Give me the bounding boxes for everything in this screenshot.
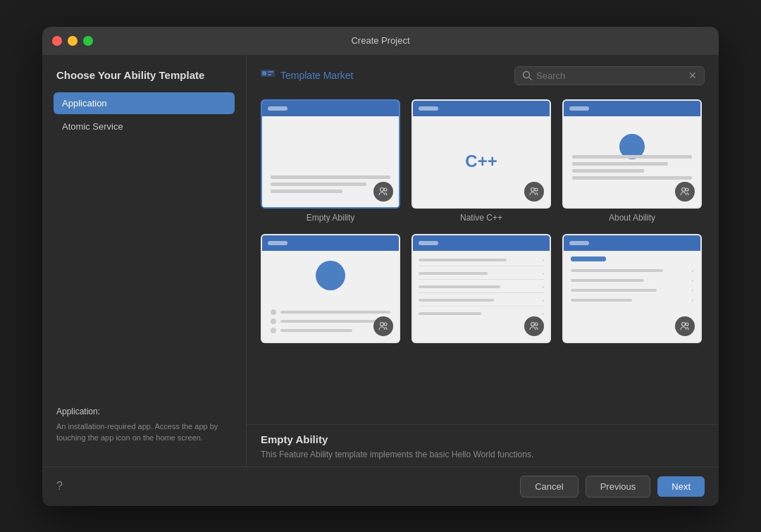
search-clear-button[interactable]: ✕ (688, 70, 697, 80)
svg-point-10 (682, 187, 686, 191)
users-icon-3 (679, 186, 691, 197)
svg-point-17 (686, 323, 688, 326)
minimize-button[interactable] (68, 36, 78, 46)
sidebar-item-application[interactable]: Application (54, 92, 235, 114)
main-area: Template Market ✕ (247, 55, 719, 466)
search-input[interactable] (536, 70, 684, 81)
svg-point-9 (535, 188, 538, 191)
svg-point-13 (384, 323, 387, 326)
svg-point-7 (384, 188, 387, 191)
svg-point-8 (531, 187, 535, 191)
templates-grid-area: Empty Ability C++ (247, 94, 719, 424)
users-icon-4 (378, 321, 389, 332)
preview-badge-4 (373, 316, 393, 336)
search-container: ✕ (514, 66, 705, 85)
template-preview-4 (261, 234, 400, 343)
selected-template-desc: This Feature Ability template implements… (261, 448, 705, 461)
users-icon-6 (679, 321, 691, 332)
template-preview-about-ability (562, 99, 702, 209)
template-preview-native-cpp: C++ (412, 99, 551, 209)
svg-rect-2 (268, 71, 273, 73)
svg-point-12 (380, 322, 384, 326)
sidebar-description: Application: An installation-required ap… (54, 398, 235, 452)
footer: ? Cancel Previous Next (42, 466, 719, 506)
window-title: Create Project (351, 35, 409, 46)
template-name-about-ability: About Ability (609, 213, 655, 223)
create-project-window: Create Project Choose Your Ability Templ… (42, 27, 719, 506)
preview-badge-1 (373, 182, 393, 202)
template-card-5[interactable]: › › › (412, 234, 551, 347)
template-card-6[interactable]: › › › (562, 234, 702, 347)
preview-badge-3 (675, 182, 695, 202)
svg-line-5 (529, 78, 532, 80)
preview-badge-2 (524, 182, 544, 202)
template-preview-5: › › › (412, 234, 551, 343)
templates-grid: Empty Ability C++ (261, 99, 705, 347)
search-icon (522, 70, 532, 80)
selected-template-title: Empty Ability (261, 433, 705, 445)
market-icon (261, 70, 275, 81)
titlebar: Create Project (42, 27, 719, 55)
svg-point-15 (535, 323, 538, 326)
content-area: Choose Your Ability Template Application… (42, 55, 719, 466)
svg-point-6 (380, 187, 384, 191)
main-header: Template Market ✕ (247, 55, 719, 94)
users-icon-2 (528, 186, 540, 197)
close-button[interactable] (52, 36, 62, 46)
maximize-button[interactable] (83, 36, 93, 46)
sidebar-heading: Choose Your Ability Template (54, 69, 235, 81)
users-icon (378, 186, 389, 197)
footer-left: ? (56, 480, 63, 493)
preview-badge-5 (524, 316, 544, 336)
svg-rect-1 (262, 71, 266, 75)
cpp-label: C++ (465, 151, 497, 171)
desc-body: An installation-required app. Access the… (56, 421, 232, 444)
svg-point-14 (531, 322, 535, 326)
next-button[interactable]: Next (657, 476, 705, 497)
template-market-label: Template Market (261, 70, 353, 81)
window-controls (52, 36, 93, 46)
template-card-4[interactable] (261, 234, 400, 347)
svg-point-11 (686, 188, 688, 191)
cancel-button[interactable]: Cancel (520, 476, 578, 497)
template-preview-empty-ability (261, 99, 400, 209)
preview-badge-6 (675, 316, 695, 336)
selected-info: Empty Ability This Feature Ability templ… (247, 424, 719, 466)
desc-title: Application: (56, 407, 232, 416)
template-preview-6: › › › (562, 234, 702, 343)
sidebar: Choose Your Ability Template Application… (42, 55, 247, 466)
template-card-empty-ability[interactable]: Empty Ability (261, 99, 400, 223)
template-card-native-cpp[interactable]: C++ Native C++ (412, 99, 551, 223)
previous-button[interactable]: Previous (586, 476, 651, 497)
svg-point-16 (682, 322, 686, 326)
template-name-empty-ability: Empty Ability (307, 213, 355, 223)
template-card-about-ability[interactable]: About Ability (562, 99, 702, 223)
help-icon[interactable]: ? (56, 480, 63, 492)
users-icon-5 (528, 321, 540, 332)
sidebar-item-atomic-service[interactable]: Atomic Service (54, 116, 235, 137)
template-name-native-cpp: Native C++ (460, 213, 502, 223)
svg-rect-3 (268, 74, 271, 75)
